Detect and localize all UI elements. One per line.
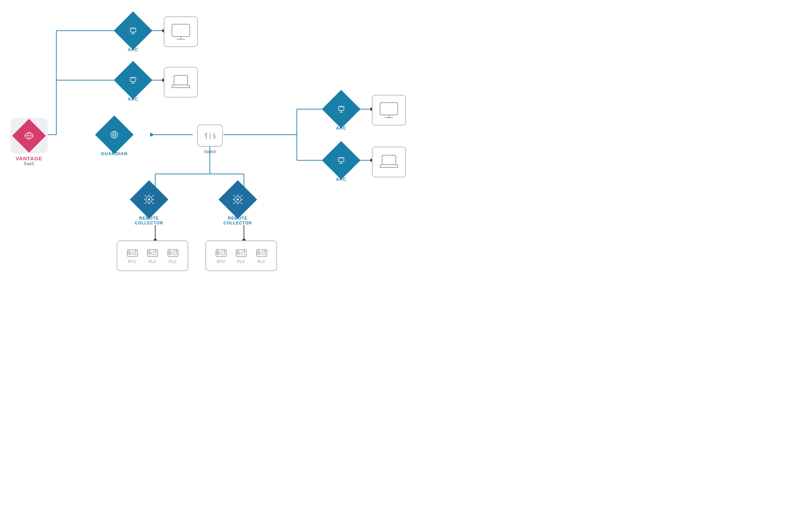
switch-label: Switch [204, 149, 216, 154]
svg-point-63 [233, 195, 235, 196]
vantage-diamond [12, 119, 46, 152]
svg-point-65 [233, 203, 235, 204]
rc1-diamond [130, 180, 168, 219]
svg-point-54 [152, 195, 154, 196]
svg-point-27 [113, 134, 115, 136]
rc2-rtu: RTU [215, 248, 227, 264]
svg-point-100 [244, 250, 245, 251]
arc4-laptop-box [372, 147, 406, 177]
svg-rect-80 [153, 251, 156, 255]
svg-rect-92 [222, 251, 224, 255]
svg-rect-98 [242, 251, 245, 255]
svg-point-94 [224, 250, 225, 251]
svg-point-103 [258, 252, 260, 254]
vantage-node: VANTAGE SaaS [10, 118, 48, 166]
svg-rect-28 [130, 28, 136, 32]
arc2-laptop [164, 67, 198, 98]
svg-point-58 [148, 203, 150, 205]
rc1-rtu-label: RTU [128, 260, 136, 264]
vantage-label: VANTAGE [16, 156, 42, 161]
rc1-plc2-label: PLC [169, 260, 177, 264]
svg-point-69 [233, 199, 234, 200]
svg-point-53 [145, 195, 146, 196]
rc2-rtu-label: RTU [217, 260, 225, 264]
rc2-plc2: PLC [256, 248, 268, 264]
svg-rect-86 [174, 251, 176, 255]
svg-point-85 [170, 252, 171, 254]
rc2-plc2-label: PLC [258, 260, 265, 264]
arc2-laptop-box [164, 67, 198, 98]
vantage-box [10, 118, 48, 153]
svg-rect-50 [382, 155, 396, 165]
rc2-diamond [218, 180, 257, 219]
svg-point-97 [238, 252, 239, 254]
rc2-plc1: PLC [235, 248, 247, 264]
rc1-plc1-label: PLC [149, 260, 157, 264]
vantage-sublabel: SaaS [24, 161, 34, 166]
rc1-device-box: RTU PLC [117, 240, 188, 271]
rc1-plc2: PLC [167, 248, 179, 264]
arc3-monitor [372, 95, 406, 126]
svg-rect-31 [172, 24, 190, 36]
arc3-diamond [322, 90, 360, 128]
svg-point-81 [149, 250, 150, 251]
svg-point-62 [237, 198, 239, 201]
rc1-plc1: PLC [146, 248, 159, 264]
svg-point-75 [128, 250, 129, 251]
arc4-diamond [322, 141, 360, 179]
rc1-devices: RTU PLC [117, 240, 188, 271]
svg-point-57 [148, 194, 150, 196]
svg-rect-37 [174, 75, 188, 85]
svg-rect-44 [380, 103, 398, 115]
svg-rect-104 [262, 251, 265, 255]
rc2-node: REMOTECOLLECTOR [223, 186, 252, 225]
svg-point-73 [129, 252, 130, 254]
arc3-node: ARC [328, 95, 355, 131]
svg-point-67 [237, 194, 238, 196]
svg-rect-41 [338, 106, 344, 110]
svg-point-68 [237, 203, 238, 205]
svg-point-52 [148, 198, 150, 201]
svg-rect-47 [338, 158, 344, 162]
arc1-node: ARC [119, 17, 147, 52]
rc1-node: REMOTECOLLECTOR [135, 186, 163, 225]
rc2-devices: RTU PLC [205, 240, 277, 271]
svg-point-60 [153, 199, 154, 200]
arc2-node: ARC [119, 67, 147, 102]
svg-point-79 [149, 252, 150, 254]
svg-rect-34 [130, 77, 136, 82]
svg-point-99 [237, 250, 238, 251]
arc1-monitor [164, 16, 198, 47]
svg-point-55 [145, 203, 146, 204]
guardian-node: GUARDIAN [101, 121, 128, 156]
arc1-monitor-box [164, 16, 198, 47]
arc2-diamond [114, 61, 152, 99]
svg-point-106 [264, 250, 265, 251]
svg-point-93 [217, 250, 218, 251]
switch-box [197, 124, 223, 147]
switch-node: Switch [197, 124, 223, 154]
guardian-diamond [95, 115, 133, 154]
arc4-node: ARC [328, 147, 355, 182]
rc2-device-box: RTU PLC [205, 240, 277, 271]
svg-point-64 [241, 195, 242, 196]
svg-point-105 [258, 250, 259, 251]
svg-point-76 [135, 250, 136, 251]
svg-point-91 [218, 252, 219, 254]
svg-point-59 [144, 199, 145, 200]
svg-rect-74 [133, 251, 136, 255]
svg-point-26 [111, 131, 118, 138]
svg-point-88 [176, 250, 177, 251]
arc1-diamond [114, 11, 152, 50]
svg-point-87 [169, 250, 170, 251]
rc1-rtu: RTU [126, 248, 139, 264]
svg-point-82 [156, 250, 157, 251]
rc2-plc1-label: PLC [237, 260, 245, 264]
svg-point-66 [241, 203, 242, 204]
svg-point-70 [242, 199, 243, 200]
diagram-container: VANTAGE SaaS GUARDIAN [0, 0, 812, 516]
arc3-monitor-box [372, 95, 406, 126]
arc4-laptop [372, 147, 406, 177]
svg-point-56 [152, 203, 154, 204]
